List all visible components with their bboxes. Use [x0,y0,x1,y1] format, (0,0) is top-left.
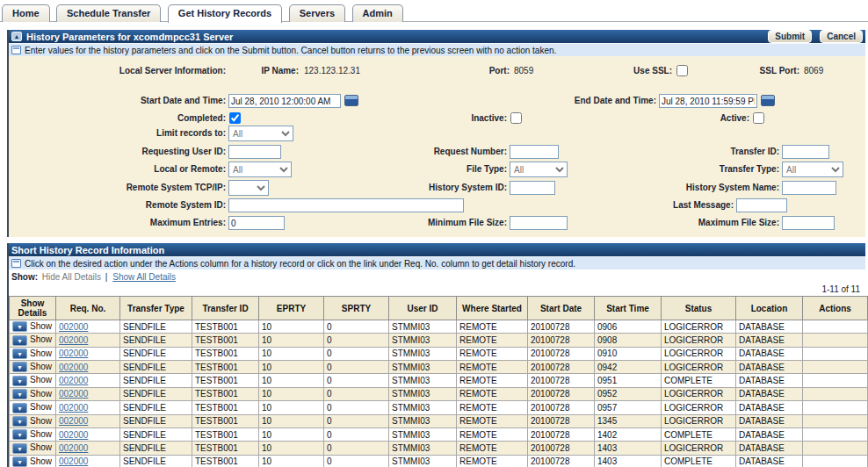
history-parameters-form: Local Server Information: IP Name: 123.1… [9,56,865,237]
hide-all-details-link[interactable]: Hide All Details [42,272,101,282]
start-date-cell: 20100728 [528,414,595,427]
remote-system-id-label: Remote System ID: [9,200,226,210]
show-details-toggle-icon[interactable]: ▼ [12,348,27,359]
req-no-link[interactable]: 002000 [59,348,88,358]
last-message-input[interactable] [736,198,787,212]
history-system-name-input[interactable] [782,181,836,195]
table-row: ▼Show002000SENDFILETESTB001100STMMI03REM… [10,401,868,414]
show-details-toggle-icon[interactable]: ▼ [12,362,27,372]
req-no-link[interactable]: 002000 [59,456,88,466]
req-no-link[interactable]: 002000 [59,376,88,385]
show-details-toggle-icon[interactable]: ▼ [12,443,27,454]
show-details-toggle-icon[interactable]: ▼ [12,456,27,467]
transfer-type-cell: SENDFILE [120,320,192,334]
table-row: ▼Show002000SENDFILETESTB001100STMMI03REM… [10,455,868,467]
tab-servers[interactable]: Servers [289,4,345,22]
cancel-button[interactable]: Cancel [820,30,863,43]
show-details-label[interactable]: Show [30,429,52,439]
submit-button[interactable]: Submit [768,30,812,43]
show-details-label[interactable]: Show [30,442,52,452]
tab-home[interactable]: Home [2,4,50,22]
show-all-details-link[interactable]: Show All Details [112,272,176,282]
show-details-toggle-icon[interactable]: ▼ [12,335,27,346]
transfer-id-cell: TESTB001 [192,320,259,334]
tab-get-history-records[interactable]: Get History Records [168,4,282,23]
req-no-cell: 002000 [56,455,120,467]
start-time-cell: 1345 [595,414,662,427]
location-cell: DATABASE [736,455,803,467]
show-details-toggle-icon[interactable]: ▼ [12,321,27,332]
end-date-input[interactable] [659,94,757,108]
maximum-entries-input[interactable] [228,216,285,230]
requesting-user-id-input[interactable] [228,145,281,159]
show-details-cell: ▼Show [10,387,56,400]
maximum-file-size-input[interactable] [782,216,835,230]
req-no-link[interactable]: 002000 [59,322,88,332]
show-details-toggle-icon[interactable]: ▼ [12,376,27,386]
history-parameters-panel: ▲ History Parameters for xcomdmpcc31 Ser… [7,30,865,237]
show-details-label[interactable]: Show [30,321,52,331]
transfer-type-label: Transfer Type: [562,164,779,174]
req-no-link[interactable]: 002000 [59,389,88,399]
transfer-type-select[interactable]: All [782,162,843,177]
sprty-cell: 0 [324,387,389,400]
where-started-cell: REMOTE [457,442,528,455]
show-details-cell: ▼Show [10,334,56,347]
req-no-link[interactable]: 002000 [59,403,88,413]
show-details-label[interactable]: Show [30,416,52,426]
req-no-link[interactable]: 002000 [59,335,88,345]
table-row: ▼Show002000SENDFILETESTB001100STMMI03REM… [10,387,868,400]
start-time-cell: 0942 [595,361,662,374]
status-cell: LOGICERROR [662,320,736,334]
limit-records-select[interactable]: All [228,126,293,141]
request-number-input[interactable] [510,145,559,159]
req-no-cell: 002000 [56,320,120,334]
status-cell: LOGICERROR [662,347,736,360]
show-details-label[interactable]: Show [30,402,52,412]
show-details-label[interactable]: Show [30,456,52,466]
show-details-label[interactable]: Show [30,375,52,384]
show-details-label[interactable]: Show [30,389,52,399]
show-details-label[interactable]: Show [30,348,52,358]
minimum-file-size-label: Minimum File Size: [290,218,507,227]
active-checkbox[interactable] [753,112,764,124]
local-or-remote-select[interactable]: All [228,162,292,177]
history-records-table: Show DetailsReq. No.Transfer TypeTransfe… [9,296,868,467]
show-details-label[interactable]: Show [30,334,52,344]
req-no-link[interactable]: 002000 [59,430,88,440]
end-date-calendar-icon[interactable] [761,95,775,106]
file-type-select[interactable]: All [510,162,568,177]
start-date-input[interactable] [228,94,341,108]
eprty-cell: 10 [259,455,324,467]
show-details-toggle-icon[interactable]: ▼ [12,389,27,399]
minimum-file-size-input[interactable] [510,216,568,230]
collapse-panel-icon[interactable]: ▲ [11,32,22,41]
show-details-label[interactable]: Show [30,362,52,371]
limit-records-label: Limit records to: [9,128,226,138]
inactive-checkbox[interactable] [510,112,522,124]
transfer-id-cell: TESTB001 [192,427,259,441]
start-date-cell: 20100728 [528,334,595,347]
remote-system-tcpip-select[interactable] [228,180,269,196]
status-cell: LOGICERROR [662,401,736,414]
location-cell: DATABASE [736,401,803,414]
start-date-calendar-icon[interactable] [344,95,358,106]
remote-system-id-input[interactable] [228,198,464,212]
completed-checkbox[interactable] [229,112,241,124]
show-details-toggle-icon[interactable]: ▼ [12,403,27,413]
start-date-cell: 20100728 [528,387,595,400]
show-details-toggle-icon[interactable]: ▼ [12,416,27,427]
start-time-cell: 0952 [595,387,662,400]
req-no-link[interactable]: 002000 [59,416,88,426]
use-ssl-checkbox[interactable] [676,65,688,76]
ip-name-label: IP Name: [193,66,299,75]
req-no-link[interactable]: 002000 [59,443,88,453]
req-no-link[interactable]: 002000 [59,363,88,372]
show-details-toggle-icon[interactable]: ▼ [12,429,27,440]
user-id-cell: STMMI03 [389,347,457,360]
tab-schedule-transfer[interactable]: Schedule Transfer [56,4,161,22]
transfer-id-input[interactable] [782,145,829,159]
sprty-cell: 0 [324,334,389,347]
tab-admin[interactable]: Admin [352,4,403,22]
history-system-id-input[interactable] [510,181,555,195]
